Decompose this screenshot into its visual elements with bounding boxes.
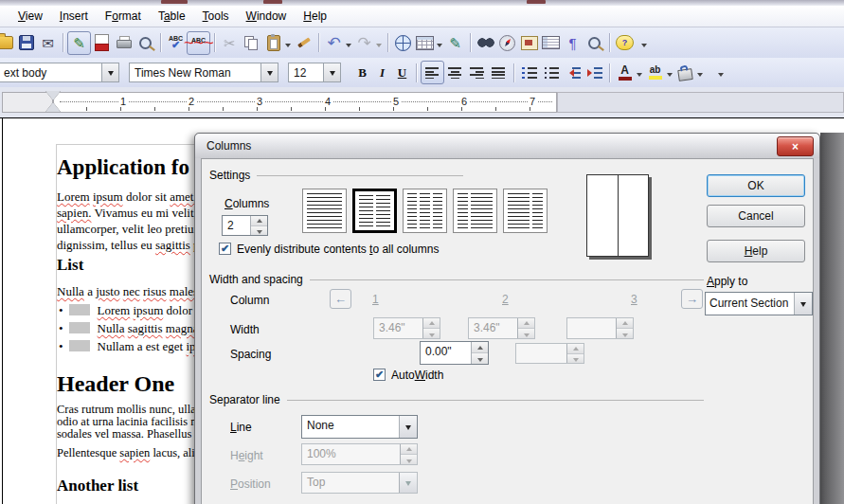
font-dropdown-icon[interactable] [260,63,278,81]
doc-list-item: •Nulla sagittis magna at [59,321,210,336]
style-dropdown-icon[interactable] [101,63,118,81]
formatting-marks-icon[interactable]: ¶ [562,32,584,54]
apply-to-dropdown[interactable]: Current Section [705,292,813,315]
table-dropdown-icon[interactable] [437,44,442,50]
undo-dropdown-icon[interactable] [346,44,351,50]
insert-table-icon[interactable] [414,32,436,54]
menu-table[interactable]: Table [150,8,194,25]
preset-one-column[interactable] [302,189,347,233]
paragraph-style-combo[interactable]: ext body [0,63,119,82]
autospellcheck-icon[interactable]: ABC~~~ [187,31,210,55]
dropdown-arrow-icon[interactable] [399,416,417,438]
bullet-list-icon[interactable] [540,62,562,83]
hyperlink-icon[interactable] [392,32,414,54]
ruler-number: 6 [459,96,469,107]
line-style-dropdown[interactable]: None [301,415,418,439]
toolbar-overflow-icon[interactable] [718,73,724,80]
align-right-icon[interactable] [466,62,488,83]
spin-up-icon[interactable] [472,342,488,353]
toolbar-separator [318,33,319,52]
paste-dropdown-icon[interactable] [285,44,291,50]
data-sources-icon[interactable] [540,32,562,54]
separator-line-group: Separator line [209,393,704,406]
navigator-icon[interactable] [496,32,518,54]
width-row-label: Width [230,323,260,336]
spinner-arrows[interactable] [250,216,267,235]
size-dropdown-icon[interactable] [323,63,340,81]
menu-insert[interactable]: Insert [51,8,97,25]
open-icon[interactable] [0,32,15,54]
italic-button[interactable]: I [372,63,392,82]
align-left-icon[interactable] [421,61,444,84]
clone-formatting-icon[interactable] [293,32,314,54]
font-size-combo[interactable]: 12 [288,63,341,82]
align-justify-icon[interactable] [488,62,510,83]
highlighting-dropdown-icon[interactable] [667,73,673,80]
field-shading [69,340,90,351]
close-icon[interactable]: × [777,136,814,156]
preset-three-columns[interactable] [403,189,447,233]
preset-right-narrow[interactable] [503,189,548,233]
zoom-icon[interactable] [584,32,605,54]
align-center-icon[interactable] [444,62,466,83]
edit-mode-icon[interactable]: ✎ [67,31,91,55]
spin-down-icon[interactable] [472,353,488,364]
ok-button[interactable]: OK [707,174,805,197]
dialog-titlebar[interactable]: Columns [195,134,819,158]
underline-button[interactable]: U [392,63,412,82]
font-color-dropdown-icon[interactable] [637,73,642,80]
dialog-body: Settings Columns 2 ✔ Evenly distribute c… [201,158,814,504]
preset-two-columns-selected[interactable] [352,189,397,233]
ruler-number: 2 [187,96,196,107]
columns-count-spinner[interactable]: 2 [222,215,268,236]
font-name-combo[interactable]: Times New Roman [129,63,278,82]
email-icon[interactable]: ✉ [37,32,59,54]
draw-functions-icon[interactable]: ✎ [444,32,466,54]
find-replace-icon[interactable] [475,32,496,54]
decrease-indent-icon[interactable] [562,62,584,83]
scroll-columns-left-icon[interactable]: ← [330,289,351,309]
numbered-list-icon[interactable] [518,62,540,83]
standard-toolbar: ✉ ✎ ABC✔ ABC~~~ ✂ ↶ ↷ ✎ ¶ ? [0,27,844,59]
spacing-spinner-1[interactable]: 0.00" [420,341,489,365]
page-left-border [2,117,3,504]
increase-indent-icon[interactable] [584,62,605,83]
gallery-icon[interactable] [518,32,540,54]
cancel-button[interactable]: Cancel [707,205,805,227]
toolbar-separator [609,63,610,82]
spin-up-icon[interactable] [251,216,267,226]
bold-button[interactable]: B [352,63,372,82]
undo-icon[interactable]: ↶ [323,32,345,54]
menu-view[interactable]: View [9,8,51,25]
distribute-checkbox[interactable]: ✔ [219,243,231,255]
menu-format[interactable]: Format [97,8,150,25]
menu-window[interactable]: Window [238,8,296,25]
print-icon[interactable] [113,32,135,54]
spin-down-icon[interactable] [251,226,267,236]
scroll-columns-right-icon[interactable]: → [681,289,703,309]
indent-marker[interactable] [45,91,61,114]
spinner-arrows[interactable] [471,342,488,364]
ruler-number: 3 [255,96,264,107]
font-color-icon[interactable]: A [614,62,636,83]
paste-icon[interactable] [262,32,284,54]
distribute-label[interactable]: Evenly distribute contents to all column… [237,243,439,256]
background-color-icon[interactable] [674,62,696,83]
toolbar-separator [63,33,63,52]
column-number-3: 3 [631,293,637,306]
menu-help[interactable]: Help [295,8,335,25]
highlighting-icon[interactable]: ab [644,62,666,83]
dropdown-arrow-icon[interactable] [794,293,812,315]
background-color-dropdown-icon[interactable] [697,73,703,80]
preset-left-narrow[interactable] [453,189,497,233]
autowidth-checkbox[interactable]: ✔ [373,369,386,381]
help-button[interactable]: Help [707,240,805,262]
copy-icon[interactable] [241,32,262,54]
toolbar-overflow-icon[interactable] [641,44,647,50]
page-preview-icon[interactable] [135,32,156,54]
export-pdf-icon[interactable] [91,32,113,54]
save-icon[interactable] [15,32,37,54]
help-icon[interactable]: ? [614,32,636,54]
autowidth-label[interactable]: AutoWidth [391,369,443,382]
menu-tools[interactable]: Tools [194,8,238,25]
